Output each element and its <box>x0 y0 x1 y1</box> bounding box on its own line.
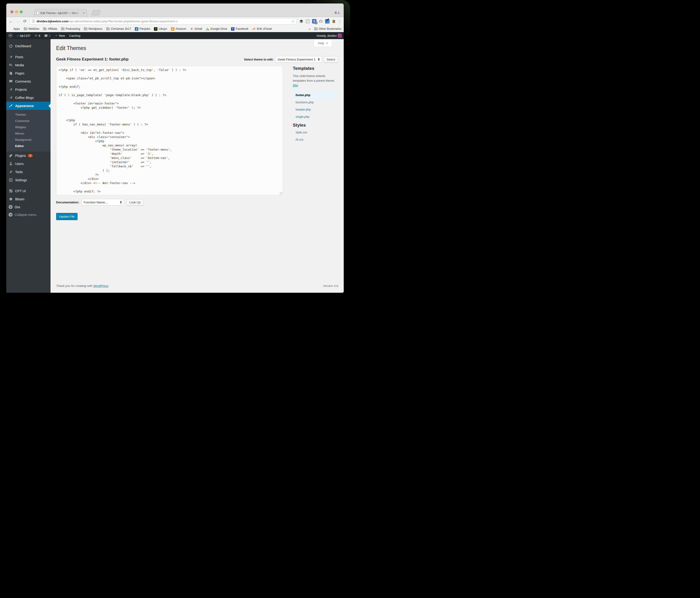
sidebar-item-appearance[interactable]: Appearance <box>6 102 51 110</box>
pushpin-icon <box>9 96 13 100</box>
comments-menu[interactable]: 0 <box>42 32 52 39</box>
bookmark-facebook[interactable]: fFacebook <box>231 27 248 31</box>
submenu-item-menus[interactable]: Menus <box>6 130 51 137</box>
paintbrush-icon <box>9 104 13 108</box>
bookmark-affiliate[interactable]: Affiliate <box>43 27 57 30</box>
bookmark-libsyn[interactable]: XLibsyn <box>154 27 167 31</box>
bookmark-google-drive[interactable]: Google Drive <box>206 27 227 30</box>
sidebar-item-label: CPT UI <box>15 189 26 193</box>
back-icon[interactable]: ← <box>9 19 13 24</box>
sidebar-item-settings[interactable]: Settings <box>6 176 51 184</box>
bookmark-amazon[interactable]: aAmazon <box>171 27 186 31</box>
sidebar-item-posts[interactable]: Posts <box>6 53 51 61</box>
address-bar[interactable]: ⓘ dividev.bjkeeton.com/wp-admin/theme-ed… <box>30 18 297 24</box>
plugins-update-badge: 7 <box>28 154 33 157</box>
sidebar-item-coffee-blogs[interactable]: Coffee Blogs <box>6 94 51 102</box>
template-file-footer[interactable]: footer.php <box>293 92 338 99</box>
sidebar-item-comments[interactable]: Comments <box>6 77 51 85</box>
template-file-link[interactable]: single.php <box>296 115 309 119</box>
template-file-header[interactable]: header.php <box>293 106 338 113</box>
bookmark-wordpress[interactable]: Wordpress <box>84 27 102 30</box>
bookmark-gmail[interactable]: MGmail <box>190 27 202 31</box>
my-account-menu[interactable]: Howdy, dividev <box>315 32 344 39</box>
bookmark-label: Amazon <box>176 27 186 30</box>
sidebar-item-plugins[interactable]: Plugins7 <box>6 152 51 160</box>
submenu-item-widgets[interactable]: Widgets <box>6 124 51 130</box>
reload-icon[interactable]: ⟳ <box>23 19 27 24</box>
zoom-window-button[interactable] <box>20 10 23 13</box>
theme-select[interactable]: Geek Fitness Experiment 1 <box>275 56 322 62</box>
submenu-item-themes[interactable]: Themes <box>6 111 51 118</box>
eyedropper-extension-icon[interactable] <box>325 19 329 24</box>
media-icon <box>9 63 13 67</box>
close-window-button[interactable] <box>10 10 13 13</box>
look-up-button[interactable]: Look Up <box>126 199 144 205</box>
dashboard-icon <box>9 44 13 48</box>
bookmark-star-icon[interactable]: ☆ <box>290 19 296 24</box>
template-file-functions[interactable]: functions.php <box>293 99 338 106</box>
honey-extension-icon[interactable]: h <box>305 19 310 24</box>
wordpress-link[interactable]: WordPress <box>93 284 108 288</box>
bookmark-label: Affiliate <box>48 27 57 30</box>
style-file-style[interactable]: style.css <box>293 129 338 136</box>
help-button[interactable]: Help▼ <box>314 40 332 47</box>
template-file-link[interactable]: header.php <box>296 108 311 111</box>
bookmarks-overflow-chevron[interactable]: » <box>309 27 310 31</box>
sidebar-item-tools[interactable]: Tools <box>6 168 51 176</box>
sidebar-item-projects[interactable]: Projects <box>6 85 51 94</box>
wp-admin-bar: W ⌂bjk1337 ⟳8 0 ＋New Caching Howdy, divi… <box>6 32 344 39</box>
bookmark-webdev[interactable]: WebDev <box>24 27 40 30</box>
style-file-link[interactable]: rtl.css <box>296 138 303 141</box>
new-tab-button[interactable] <box>91 10 101 15</box>
browser-profile-name[interactable]: B.J. <box>335 11 340 15</box>
site-info-icon[interactable]: ⓘ <box>32 19 35 24</box>
other-bookmarks[interactable]: Other Bookmarks <box>314 27 341 30</box>
plus-icon: ＋ <box>54 33 58 38</box>
minimize-window-button[interactable] <box>15 10 18 13</box>
screenshot-extension-icon[interactable] <box>319 19 323 24</box>
bookmark-podcasting[interactable]: Podcasting <box>61 27 80 30</box>
new-content-menu[interactable]: ＋New <box>52 32 67 39</box>
template-file-link[interactable]: functions.php <box>296 101 314 104</box>
resize-grip[interactable] <box>280 192 282 195</box>
evernote-extension-icon[interactable]: E <box>332 19 336 24</box>
parent-theme-link[interactable]: Divi <box>293 83 298 87</box>
sidebar-item-users[interactable]: Users <box>6 160 51 168</box>
sidebar-item-cpt-ui[interactable]: CPT UI <box>6 187 51 195</box>
chrome-menu-icon[interactable]: ⋮ <box>338 19 341 24</box>
bookmark-christmas[interactable]: Christmas 2k17 <box>106 27 131 30</box>
sidebar-item-media[interactable]: Media <box>6 61 51 69</box>
stylish-extension-icon[interactable]: S1 <box>312 19 317 24</box>
url-text[interactable]: dividev.bjkeeton.com/wp-admin/theme-edit… <box>36 20 288 23</box>
style-file-link[interactable]: style.css <box>296 131 307 134</box>
submenu-item-editor[interactable]: Editor <box>6 143 51 149</box>
submenu-item-background[interactable]: Background <box>6 137 51 143</box>
chevron-down-icon: ▼ <box>326 42 328 45</box>
buffer-extension-icon[interactable] <box>299 19 303 24</box>
submenu-item-customize[interactable]: Customize <box>6 118 51 124</box>
sidebar-item-divi[interactable]: DDivi <box>6 203 51 211</box>
bookmark-apps[interactable]: Apps <box>9 27 20 31</box>
documentation-select[interactable]: Function Name… <box>81 199 124 205</box>
code-editor-textarea[interactable]: <?php if ( 'on' == et_get_option( 'divi_… <box>56 66 283 195</box>
bookmark-label: Apps <box>13 27 20 30</box>
update-file-button[interactable]: Update File <box>56 213 78 220</box>
google-drive-favicon <box>206 27 209 30</box>
template-file-single[interactable]: single.php <box>293 113 338 120</box>
browser-tab[interactable]: Edit Themes ‹ bjk1337 — Word × <box>34 9 87 17</box>
tab-close-icon[interactable]: × <box>83 11 85 15</box>
bookmarks-bar: Apps WebDev Affiliate Podcasting Wordpre… <box>6 26 344 32</box>
bookmark-flexjobs[interactable]: fjFlexjobs <box>135 27 150 31</box>
pushpin-icon <box>9 87 13 92</box>
sidebar-item-dashboard[interactable]: Dashboard <box>6 42 51 50</box>
sidebar-item-bloom[interactable]: Bloom <box>6 195 51 203</box>
style-file-rtl[interactable]: rtl.css <box>293 136 338 143</box>
caching-menu[interactable]: Caching <box>67 32 82 39</box>
sidebar-item-pages[interactable]: Pages <box>6 69 51 77</box>
updates-menu[interactable]: ⟳8 <box>33 32 42 39</box>
sidebar-collapse-menu[interactable]: ◀Collapse menu <box>6 211 51 218</box>
site-name-menu[interactable]: ⌂bjk1337 <box>15 32 33 39</box>
select-theme-button[interactable]: Select <box>324 56 338 62</box>
wp-logo-menu[interactable]: W <box>6 32 15 39</box>
bookmark-bjk-cpanel[interactable]: cPBJK cPanel <box>252 27 272 31</box>
